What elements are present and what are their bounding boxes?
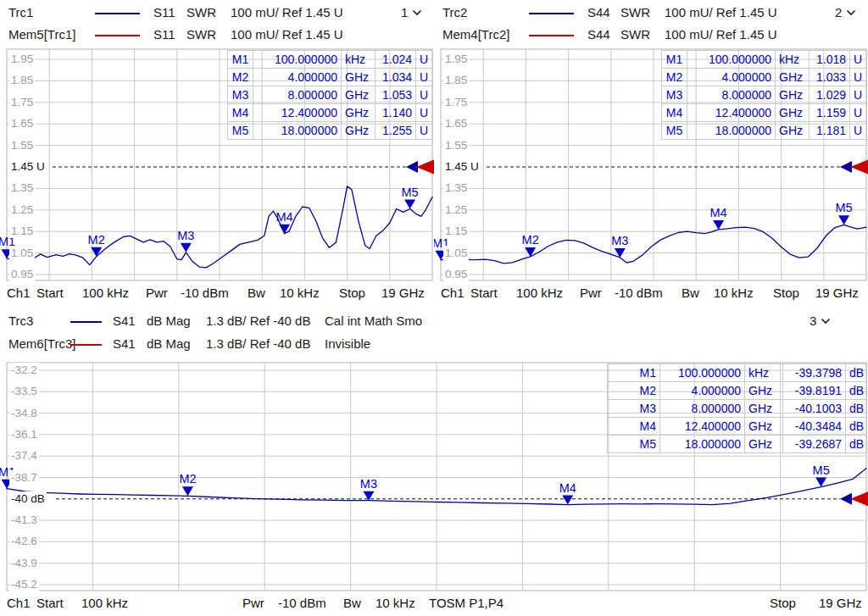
channel-setting[interactable]: Pwr (242, 596, 264, 610)
ref-arrow-red[interactable] (416, 160, 434, 175)
marker-label: M4 (276, 210, 293, 224)
trace-window-3: Trc3S41dB Mag1.3 dB/ Ref -40 dBCal int M… (0, 307, 868, 616)
channel-setting[interactable]: 10 kHz (280, 286, 320, 300)
marker-table-cell: M4 (608, 418, 660, 436)
marker-table-cell: -39.8191 (783, 382, 846, 400)
marker-table-row: M24.000000GHz1.034U (228, 69, 433, 86)
marker-table-cell: GHz (342, 86, 376, 104)
marker-table-cell: M4 (228, 104, 253, 122)
channel-label[interactable]: Ch1 (7, 596, 31, 610)
channel-setting[interactable]: Bw (343, 596, 361, 610)
channel-setting[interactable]: Stop (773, 286, 799, 300)
marker-table-cell: 4.000000 (253, 69, 342, 86)
marker-m4-triangle[interactable] (713, 220, 724, 230)
channel-setting[interactable]: Bw (248, 286, 265, 300)
marker-table-cell: GHz (776, 104, 810, 122)
channel-setting[interactable]: 19 GHz (815, 286, 859, 300)
y-tick-label: 1.85 (443, 73, 469, 87)
channel-setting[interactable]: Stop (770, 596, 796, 610)
ref-arrow-blue[interactable] (840, 493, 852, 505)
y-tick-label: 1.55 (9, 138, 35, 153)
marker-table-cell: 8.000000 (660, 400, 745, 418)
y-tick-label: -38.7 (9, 470, 39, 485)
y-tick-label: -32.2 (9, 363, 39, 377)
marker-table-cell: dB (846, 400, 867, 418)
marker-table-cell: 18.000000 (253, 122, 342, 140)
marker-m2-triangle[interactable] (91, 247, 102, 257)
channel-setting[interactable]: 100 kHz (82, 286, 129, 300)
channel-setting[interactable]: TOSM P1,P4 (429, 596, 504, 610)
y-tick-label: 1.95 (443, 52, 469, 66)
channel-setting[interactable]: 19 GHz (819, 596, 862, 610)
y-tick-label: 1.95 (9, 52, 35, 66)
channel-label[interactable]: Ch1 (441, 286, 465, 300)
marker-table-cell: M4 (662, 104, 687, 122)
channel-setting[interactable]: Start (36, 596, 64, 610)
marker-table-cell: M2 (608, 382, 660, 400)
marker-table-cell: U (416, 51, 433, 69)
marker-m2-triangle[interactable] (182, 486, 193, 496)
channel-setting[interactable]: Pwr (580, 286, 602, 300)
marker-label: M4 (559, 481, 576, 495)
ref-arrow-red[interactable] (850, 491, 868, 506)
y-tick-label: 1.65 (443, 116, 469, 130)
marker-table-row: M518.000000GHz-39.2687dB (608, 436, 867, 453)
channel-setting[interactable]: Start (470, 286, 498, 300)
marker-m5-triangle[interactable] (838, 215, 849, 225)
marker-table-cell: 1.255 (376, 122, 416, 140)
marker-table-cell: 1.159 (810, 104, 850, 122)
plot-area (0, 307, 868, 616)
marker-table-cell: M1 (608, 364, 660, 382)
marker-table-row: M1100.000000kHz1.018U (662, 51, 867, 69)
channel-setting[interactable]: Stop (339, 286, 365, 300)
marker-table-cell: U (850, 104, 867, 122)
channel-setting[interactable]: 100 kHz (81, 596, 128, 610)
channel-setting[interactable]: 10 kHz (714, 286, 754, 300)
channel-setting[interactable]: 100 kHz (516, 286, 563, 300)
marker-table-cell: GHz (745, 400, 783, 418)
marker-table-row: M1100.000000kHz-39.3798dB (608, 364, 867, 382)
channel-setting[interactable]: Pwr (146, 286, 168, 300)
marker-table-cell: -39.2687 (783, 436, 846, 453)
marker-table-cell: GHz (745, 418, 783, 436)
marker-table-row: M24.000000GHz1.033U (662, 69, 867, 86)
marker-table-cell: M3 (662, 86, 687, 104)
marker-table: M1100.000000kHz-39.3798dBM24.000000GHz-3… (607, 363, 867, 453)
marker-m4-triangle[interactable] (562, 496, 573, 505)
marker-table-cell: kHz (745, 364, 783, 382)
channel-setting[interactable]: 10 kHz (376, 596, 415, 610)
ref-arrow-red[interactable] (850, 160, 868, 175)
marker-table-cell: GHz (745, 382, 783, 400)
channel-setting[interactable]: -10 dBm (181, 286, 229, 300)
marker-table-row: M518.000000GHz1.181U (662, 122, 867, 140)
ref-arrow-blue[interactable] (406, 161, 418, 173)
y-tick-label: 1.75 (443, 95, 469, 109)
ref-arrow-blue[interactable] (840, 161, 852, 173)
channel-setting[interactable]: -10 dBm (278, 596, 326, 610)
marker-table-cell: M1 (228, 51, 253, 69)
y-tick-label: -33.5 (9, 384, 39, 398)
channel-setting[interactable]: Start (36, 286, 64, 300)
y-tick-label: -37.4 (9, 448, 39, 463)
vna-screen: Trc1S11SWR100 mU/ Ref 1.45 UMem5[Trc1]S1… (0, 0, 868, 616)
marker-table: M1100.000000kHz1.024UM24.000000GHz1.034U… (227, 50, 433, 140)
channel-label[interactable]: Ch1 (7, 286, 31, 300)
channel-setting[interactable]: 19 GHz (381, 286, 425, 300)
marker-m5-triangle[interactable] (404, 200, 415, 209)
y-tick-label: 1.65 (9, 116, 35, 130)
marker-table-cell: 1.034 (376, 69, 416, 86)
ref-level-label: 1.45 U (443, 159, 481, 174)
marker-table-cell: M5 (228, 122, 253, 140)
marker-table-cell: kHz (342, 51, 376, 69)
channel-setting[interactable]: -10 dBm (615, 286, 663, 300)
y-tick-label: 0.95 (443, 267, 469, 281)
marker-table-cell: 1.181 (810, 122, 850, 140)
y-tick-label: 1.35 (443, 180, 469, 195)
marker-table-cell: GHz (342, 122, 376, 140)
marker-table-cell: M2 (228, 69, 253, 86)
marker-m2-triangle[interactable] (525, 247, 536, 257)
marker-m3-triangle[interactable] (181, 243, 192, 253)
marker-table-cell: 1.140 (376, 104, 416, 122)
marker-table-cell: GHz (776, 122, 810, 140)
channel-setting[interactable]: Bw (682, 286, 699, 300)
